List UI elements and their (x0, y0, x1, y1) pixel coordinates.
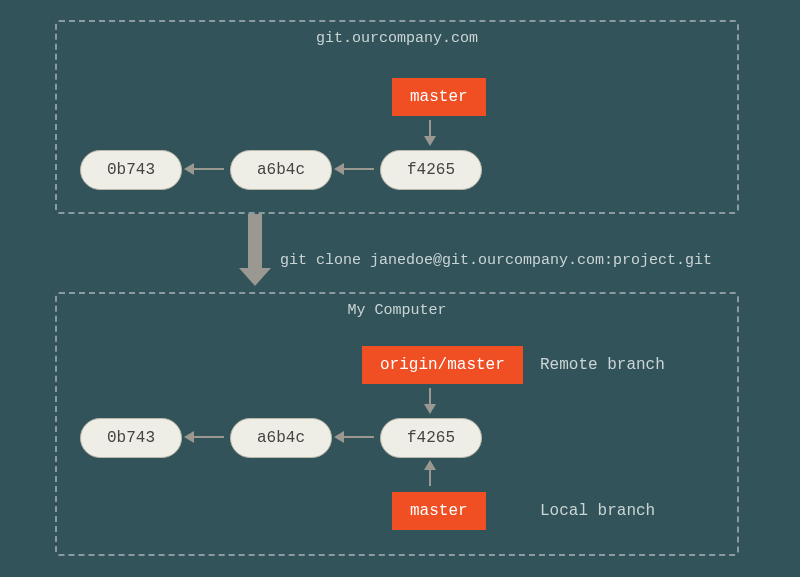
remote-branch-master: master (392, 78, 486, 116)
local-box-title: My Computer (57, 302, 737, 319)
arrow-left-icon (192, 168, 224, 170)
origin-master-branch: origin/master (362, 346, 523, 384)
branch-label: master (410, 502, 468, 520)
arrow-down-icon (429, 120, 431, 138)
remote-commit-1: a6b4c (230, 150, 332, 190)
local-commit-2: f4265 (380, 418, 482, 458)
clone-arrow-icon (248, 214, 262, 270)
local-commit-1: a6b4c (230, 418, 332, 458)
arrow-left-icon (192, 436, 224, 438)
local-branch-caption: Local branch (540, 502, 655, 520)
remote-commit-2: f4265 (380, 150, 482, 190)
arrow-down-icon (429, 388, 431, 406)
remote-branch-caption: Remote branch (540, 356, 665, 374)
arrow-left-icon (342, 436, 374, 438)
local-master-branch: master (392, 492, 486, 530)
branch-label: origin/master (380, 356, 505, 374)
remote-box-title: git.ourcompany.com (57, 30, 737, 47)
remote-commit-0: 0b743 (80, 150, 182, 190)
branch-label: master (410, 88, 468, 106)
arrow-up-icon (429, 468, 431, 486)
local-commit-0: 0b743 (80, 418, 182, 458)
arrow-left-icon (342, 168, 374, 170)
clone-command-text: git clone janedoe@git.ourcompany.com:pro… (280, 252, 712, 269)
